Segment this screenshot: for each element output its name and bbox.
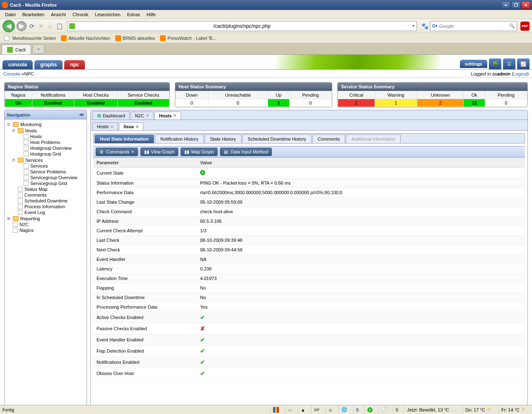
- preview-icon[interactable]: 📈: [517, 58, 530, 69]
- tree-view-icon[interactable]: 🌳: [489, 58, 501, 69]
- data-input-button[interactable]: ▤Data Input Method: [220, 148, 272, 156]
- collapse-icon[interactable]: ≪: [79, 112, 84, 117]
- menu-hilfe[interactable]: Hilfe: [143, 11, 159, 18]
- table-row: Next Check08-10-2009 09:44:58: [93, 245, 525, 255]
- close-icon[interactable]: ✕: [110, 124, 114, 129]
- tab-hosts-content[interactable]: Hosts✕: [155, 112, 181, 119]
- globe-icon[interactable]: 🌐: [339, 405, 350, 414]
- tree-host-problems[interactable]: Host Problems: [5, 139, 86, 145]
- new-tab-button[interactable]: +: [33, 44, 44, 54]
- tree-hostgroup-overview[interactable]: Hostgroup Overview: [5, 145, 86, 151]
- tree-scheduled-downtime[interactable]: Scheduled Downtime: [5, 198, 86, 204]
- intab-additional-info[interactable]: Additional Information: [346, 134, 401, 143]
- menu-ansicht[interactable]: Ansicht: [48, 11, 69, 18]
- paw-icon[interactable]: 🐾: [421, 22, 428, 30]
- table-row: Flap Detection Enabled✔: [93, 346, 525, 357]
- tab-graphs[interactable]: graphs: [34, 60, 63, 69]
- tree-servicegroup-grid[interactable]: Servicegroup Grid: [5, 180, 86, 186]
- bookmark-meistbesuchte[interactable]: Meistbesuchte Seiten: [2, 36, 56, 41]
- flag-icon[interactable]: [270, 405, 281, 414]
- page-icon: [18, 204, 23, 209]
- tree-services[interactable]: Services: [5, 163, 86, 169]
- clock-icon[interactable]: 🕓: [378, 405, 389, 414]
- menu-extras[interactable]: Extras: [124, 11, 143, 18]
- view-graph-button[interactable]: ▮▮View Graph: [140, 148, 178, 156]
- tree-monitoring[interactable]: ⊟Monitoring: [5, 121, 86, 127]
- tree-service-problems[interactable]: Service Problems: [5, 169, 86, 175]
- tab-console[interactable]: console: [2, 60, 33, 69]
- tree-hosts-folder[interactable]: ⊟Hosts: [5, 127, 86, 134]
- menu-lesezeichen[interactable]: Lesezeichen: [92, 11, 124, 18]
- menu-datei[interactable]: Datei: [2, 11, 19, 18]
- tree-reporting[interactable]: ⊞Reporting: [5, 215, 86, 222]
- tree-n2c[interactable]: N2C: [5, 222, 86, 227]
- tab-n2c[interactable]: N2C✕: [131, 112, 154, 119]
- minimize-button[interactable]: ━: [501, 1, 510, 9]
- gp-badge[interactable]: GP: [311, 405, 322, 414]
- browser-tab-bar: Cacti +: [0, 43, 532, 55]
- search-bar[interactable]: G▾ 🔍: [430, 21, 517, 31]
- weather-do[interactable]: Do: 17 °C ⛅: [462, 405, 495, 414]
- map-graph-button[interactable]: ▮▮Map Graph: [181, 148, 218, 156]
- downloads-icon[interactable]: 📋: [56, 22, 63, 30]
- tree-services-folder[interactable]: ⊟Services: [5, 157, 86, 163]
- go-arrow-icon[interactable]: ▾: [412, 23, 415, 29]
- commands-button[interactable]: ⚙Commands▼: [96, 148, 138, 156]
- url-bar[interactable]: ☆ ▾: [67, 21, 417, 31]
- tree-status-map[interactable]: Status Map: [5, 186, 86, 192]
- bookmark-star-icon[interactable]: ☆: [406, 23, 411, 29]
- bookmark-presswatch[interactable]: PressWatch - Label 'B...: [160, 35, 216, 41]
- weather-fr[interactable]: Fr: 14 °C ⛅: [498, 405, 530, 414]
- subtab-lissa[interactable]: lissa✕: [119, 122, 143, 130]
- logout-link[interactable]: Logout: [513, 71, 527, 76]
- weather-now[interactable]: Jetzt: Bewölkt, 13 °C ☁️: [404, 405, 459, 414]
- smiley-icon[interactable]: ☺: [325, 405, 335, 414]
- tree-servicegroup-overview[interactable]: Servicegroup Overview: [5, 175, 86, 180]
- search-icon[interactable]: 🔍: [509, 23, 515, 29]
- menu-bearbeiten[interactable]: Bearbeiten: [19, 11, 48, 18]
- close-icon[interactable]: ✕: [146, 113, 149, 118]
- url-input[interactable]: [77, 23, 406, 29]
- intab-notification-history[interactable]: Notification History: [155, 134, 204, 143]
- tree-comments[interactable]: Comments: [5, 192, 86, 198]
- close-button[interactable]: ✕: [521, 1, 530, 9]
- table-row: Status InformationPING OK - Packet loss …: [93, 178, 525, 188]
- menu-chronik[interactable]: Chronik: [69, 11, 92, 18]
- up-arrow-icon[interactable]: ▲: [298, 405, 308, 414]
- tree-hosts[interactable]: Hosts: [5, 134, 86, 139]
- close-icon[interactable]: ✕: [173, 113, 177, 118]
- green-light-icon[interactable]: [365, 405, 375, 414]
- intab-comments[interactable]: Comments: [312, 134, 345, 143]
- home-button[interactable]: ⌂: [46, 22, 54, 30]
- intab-scheduled-downtime[interactable]: Scheduled Downtime History: [242, 134, 312, 143]
- bookmark-brms[interactable]: BRMS aktuelles: [115, 35, 155, 41]
- subtab-hosts[interactable]: Hosts✕: [92, 122, 118, 130]
- table-row: Obsess Over Host✔: [93, 368, 525, 379]
- status-text: Fertig: [2, 407, 14, 412]
- s-badge[interactable]: S: [353, 405, 361, 414]
- adblock-icon[interactable]: ABP: [520, 22, 530, 31]
- tree-event-log[interactable]: Event Log: [5, 209, 86, 215]
- search-input[interactable]: [439, 24, 509, 29]
- reload-button[interactable]: ⟳: [28, 22, 36, 30]
- stop-button[interactable]: ✕: [37, 22, 45, 30]
- tab-dashboard[interactable]: ▦Dashboard: [92, 111, 130, 119]
- host-toolbar: ⚙Commands▼ ▮▮View Graph ▮▮Map Graph ▤Dat…: [93, 146, 525, 158]
- close-icon[interactable]: ✕: [135, 124, 139, 129]
- bookmark-aktuelle[interactable]: Aktuelle Nachrichten: [61, 35, 110, 41]
- forward-button[interactable]: ▶: [17, 21, 27, 31]
- crumb-console[interactable]: Console: [3, 71, 20, 76]
- intab-state-history[interactable]: State History: [205, 134, 242, 143]
- tree-hostgroup-grid[interactable]: Hostgroup Grid: [5, 151, 86, 157]
- browser-tab-cacti[interactable]: Cacti: [2, 44, 31, 54]
- nav-tree: ⊟Monitoring ⊟Hosts Hosts Host Problems H…: [5, 119, 87, 410]
- counter-5[interactable]: 5: [393, 405, 401, 414]
- tree-nagios[interactable]: Nagios: [5, 227, 86, 233]
- tree-process-information[interactable]: Process Information: [5, 204, 86, 209]
- settings-button[interactable]: settings: [460, 60, 487, 68]
- list-view-icon[interactable]: ☰: [503, 58, 515, 69]
- maximize-button[interactable]: ❐: [511, 1, 520, 9]
- tab-npc[interactable]: npc: [64, 60, 85, 69]
- back-button[interactable]: ◀: [2, 20, 15, 32]
- intab-host-state[interactable]: Host State Information: [94, 134, 154, 143]
